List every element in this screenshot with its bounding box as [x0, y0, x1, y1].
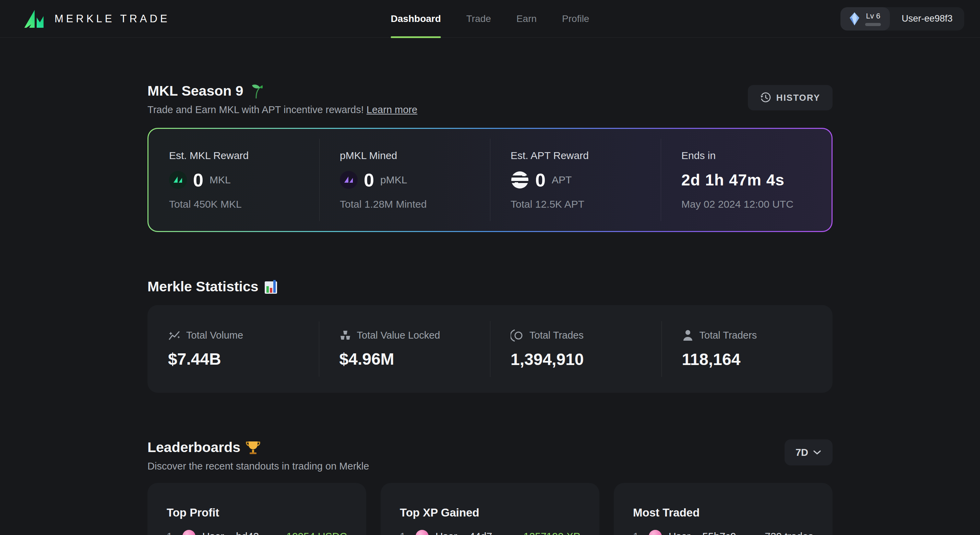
reward-sub: May 02 2024 12:00 UTC — [681, 198, 832, 210]
stat-value: 1,394,910 — [511, 350, 662, 369]
reward-value: 0 — [535, 169, 546, 191]
reward-label: Est. APT Reward — [511, 150, 661, 162]
leaderboard-row[interactable]: 1 User-...44d7 1257190 XP — [400, 529, 580, 535]
level-label: Lv 6 — [866, 12, 881, 21]
stat-value: 118,164 — [682, 350, 833, 369]
countdown-value: 2d 1h 47m 4s — [681, 171, 784, 189]
brand-name: MERKLE TRADE — [54, 13, 170, 25]
trophy-icon — [246, 440, 260, 455]
reward-sub: Total 450K MKL — [169, 198, 319, 210]
stat-label: Total Value Locked — [357, 330, 440, 341]
season-reward-card: Est. MKL Reward 0 MKL Total 450K MKL p — [148, 128, 832, 232]
person-icon — [682, 329, 694, 342]
nav-tab-profile[interactable]: Profile — [562, 0, 589, 37]
leaderboards-header: Leaderboards Discover the recent standou… — [148, 440, 832, 472]
stat-label: Total Traders — [700, 330, 757, 341]
reward-unit: APT — [552, 174, 572, 186]
history-clock-icon — [760, 92, 771, 103]
top-bar: MERKLE TRADE Dashboard Trade Earn Profil… — [0, 0, 980, 38]
period-dropdown[interactable]: 7D — [784, 440, 832, 465]
statistics-card: Total Volume $7.44B Total Value Locked $… — [148, 305, 832, 393]
leaderboard-row[interactable]: 1 User-...bd42 10054 USDC — [167, 529, 347, 535]
level-progress-bar — [865, 23, 881, 26]
pmkl-coin-icon — [340, 171, 358, 189]
reward-sub: Total 1.28M Minted — [340, 198, 490, 210]
pig-avatar — [415, 530, 429, 535]
card-title: Top XP Gained — [400, 506, 580, 519]
cycle-ring-icon — [511, 329, 523, 342]
bar-chart-icon — [264, 279, 278, 294]
pig-avatar — [649, 530, 662, 535]
reward-mkl: Est. MKL Reward 0 MKL Total 450K MKL — [148, 150, 319, 210]
reward-label: Est. MKL Reward — [169, 150, 319, 162]
reward-value: 0 — [193, 169, 203, 191]
blocks-icon — [339, 330, 351, 341]
reward-label: pMKL Mined — [340, 150, 490, 162]
stat-label: Total Trades — [530, 330, 584, 341]
history-button[interactable]: HISTORY — [748, 85, 832, 110]
stat-value: $7.44B — [168, 349, 319, 368]
chevron-down-icon — [813, 449, 822, 456]
season-header: MKL Season 9 Trade and Earn MKL with APT… — [148, 83, 832, 116]
brand[interactable]: MERKLE TRADE — [24, 9, 170, 29]
rank: 1 — [167, 530, 183, 535]
nav-tab-trade[interactable]: Trade — [466, 0, 491, 37]
leaderboard-cards: Top Profit 1 User-...bd42 10054 USDC Top… — [148, 483, 832, 535]
apt-coin-icon — [511, 171, 529, 189]
user-chip[interactable]: Lv 6 User-ee98f3 — [840, 7, 964, 30]
stat-total-traders: Total Traders 118,164 — [662, 329, 833, 369]
reward-value: 0 — [364, 169, 374, 191]
leaderboards-title: Leaderboards — [148, 440, 369, 456]
reward-unit: MKL — [210, 174, 231, 186]
gem-icon — [850, 12, 860, 26]
nav-tab-earn[interactable]: Earn — [516, 0, 537, 37]
leaderboard-card-most-traded: Most Traded 1 User-...55b7c9 739 trades — [614, 483, 832, 535]
row-value: 739 trades — [765, 530, 813, 535]
row-value: 10054 USDC — [286, 530, 347, 535]
main-nav: Dashboard Trade Earn Profile — [391, 0, 589, 37]
reward-pmkl: pMKL Mined 0 pMKL Total 1.28M Minted — [319, 150, 490, 210]
user-area: Lv 6 User-ee98f3 — [840, 7, 964, 30]
card-title: Most Traded — [633, 506, 813, 519]
statistics-title: Merkle Statistics — [148, 279, 832, 295]
merkle-logo-icon — [24, 9, 46, 29]
mkl-coin-icon — [169, 171, 187, 189]
reward-unit: pMKL — [380, 174, 407, 186]
leaderboard-card-top-profit: Top Profit 1 User-...bd42 10054 USDC — [148, 483, 366, 535]
card-title: Top Profit — [167, 506, 347, 519]
row-value: 1257190 XP — [523, 530, 580, 535]
level-badge[interactable]: Lv 6 — [840, 7, 890, 30]
trader-name: User-...55b7c9 — [669, 530, 736, 535]
rank: 1 — [633, 530, 649, 535]
leaderboard-card-top-xp: Top XP Gained 1 User-...44d7 1257190 XP — [380, 483, 600, 535]
stat-label: Total Volume — [186, 330, 243, 341]
trader-name: User-...44d7 — [436, 530, 492, 535]
reward-apt: Est. APT Reward 0 APT — [490, 150, 661, 210]
learn-more-link[interactable]: Learn more — [367, 104, 417, 115]
nav-tab-dashboard[interactable]: Dashboard — [391, 0, 441, 37]
reward-label: Ends in — [681, 150, 832, 162]
trend-sparkle-icon — [168, 330, 180, 341]
seedling-icon — [249, 84, 262, 99]
reward-ends-in: Ends in 2d 1h 47m 4s May 02 2024 12:00 U… — [661, 150, 832, 210]
stat-total-value-locked: Total Value Locked $4.96M — [319, 330, 490, 368]
stat-total-trades: Total Trades 1,394,910 — [490, 329, 662, 369]
trader-name: User-...bd42 — [202, 530, 259, 535]
username: User-ee98f3 — [890, 13, 964, 24]
rank: 1 — [400, 530, 415, 535]
pig-avatar — [183, 530, 196, 535]
leaderboard-row[interactable]: 1 User-...55b7c9 739 trades — [633, 529, 813, 535]
season-subtitle: Trade and Earn MKL with APT incentive re… — [148, 104, 417, 116]
season-title: MKL Season 9 — [148, 83, 417, 99]
stat-total-volume: Total Volume $7.44B — [148, 330, 319, 368]
leaderboards-subtitle: Discover the recent standouts in trading… — [148, 460, 369, 472]
stat-value: $4.96M — [339, 349, 490, 368]
reward-sub: Total 12.5K APT — [511, 198, 661, 210]
